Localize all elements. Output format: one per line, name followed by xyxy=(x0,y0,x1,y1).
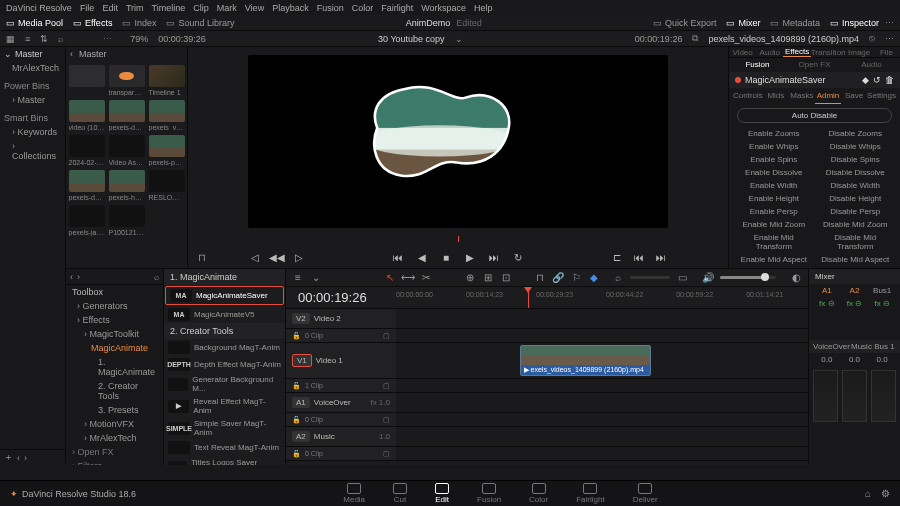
grid-icon[interactable]: ▦ xyxy=(6,34,15,44)
menu-mark[interactable]: Mark xyxy=(217,3,237,13)
toggle-disable[interactable]: Disable Mid Transform xyxy=(817,231,895,253)
page-deliver[interactable]: Deliver xyxy=(633,483,658,504)
zoom-slider[interactable] xyxy=(630,276,670,279)
mute-icon[interactable]: ▢ xyxy=(383,416,390,424)
blade-tool-icon[interactable]: ✂ xyxy=(420,272,432,284)
media-thumbnail[interactable]: Timeline 1 xyxy=(149,65,185,96)
timeline-timecode[interactable]: 00:00:19:26 xyxy=(286,287,396,308)
trim-tool-icon[interactable]: ⟷ xyxy=(402,272,414,284)
sound-library-button[interactable]: ▭Sound Library xyxy=(166,18,234,28)
lock-icon[interactable]: 🔓 xyxy=(292,450,301,458)
next-frame-icon[interactable]: ⏭ xyxy=(487,250,501,264)
inspector-nav-settings[interactable]: Settings xyxy=(867,88,896,104)
track-lane[interactable] xyxy=(396,393,808,412)
sort-icon[interactable]: ⇅ xyxy=(40,34,48,44)
mixer-value[interactable]: 0.0 xyxy=(841,355,869,364)
media-thumbnail[interactable]: pexels_vide... xyxy=(149,100,185,131)
media-thumbnail[interactable]: 2024-02-16 ... xyxy=(69,135,105,166)
effects-button[interactable]: ▭Effects xyxy=(73,18,112,28)
metadata-button[interactable]: ▭Metadata xyxy=(770,18,820,28)
toggle-disable[interactable]: Disable Width xyxy=(817,179,895,192)
chevron-right-icon[interactable]: › xyxy=(77,272,80,282)
speaker-icon[interactable]: 🔊 xyxy=(702,272,714,283)
replace-icon[interactable]: ⊡ xyxy=(500,272,512,284)
media-thumbnail[interactable]: pexels-jack... xyxy=(69,205,105,236)
mute-icon[interactable]: ▢ xyxy=(383,332,390,340)
section-header[interactable]: Smart Bins xyxy=(0,111,65,125)
inspector-tab-file[interactable]: File xyxy=(873,47,900,57)
marker-icon[interactable]: ◆ xyxy=(588,272,600,284)
toggle-enable[interactable]: Enable Width xyxy=(735,179,813,192)
chevron-left-icon[interactable]: ‹ xyxy=(17,453,20,463)
menu-trim[interactable]: Trim xyxy=(126,3,144,13)
inspector-nav-controls[interactable]: Controls xyxy=(733,88,763,104)
bin-item[interactable]: MrAlexTech xyxy=(0,61,65,75)
fx-item[interactable]: MAMagicAnimateV5 xyxy=(164,306,285,323)
page-fairlight[interactable]: Fairlight xyxy=(576,483,604,504)
go-out-icon[interactable]: ⏭ xyxy=(654,250,668,264)
fx-tree-item[interactable]: › MotionVFX xyxy=(66,417,163,431)
reset-icon[interactable]: ↺ xyxy=(873,75,881,85)
selection-tool-icon[interactable]: ↖ xyxy=(384,272,396,284)
media-thumbnail[interactable]: transparen... xyxy=(109,65,145,96)
master-bin[interactable]: Master xyxy=(15,49,43,59)
media-thumbnail[interactable]: P1001216.... xyxy=(109,205,145,236)
timeline-clip[interactable]: ▶ exels_videos_1409899 (2160p).mp4 xyxy=(520,345,652,376)
inspector-tab-audio[interactable]: Audio xyxy=(756,47,783,57)
overwrite-icon[interactable]: ⊞ xyxy=(482,272,494,284)
trash-icon[interactable]: 🗑 xyxy=(885,75,894,85)
mixer-fx[interactable]: fx ⊖ xyxy=(841,299,869,308)
inspector-subtab[interactable]: Audio xyxy=(843,58,900,72)
media-pool-button[interactable]: ▭Media Pool xyxy=(6,18,63,28)
toggle-enable[interactable]: Enable Spins xyxy=(735,153,813,166)
reverse-icon[interactable]: ◀◀ xyxy=(270,250,284,264)
track-lane[interactable] xyxy=(396,309,808,328)
inspector-subtab[interactable]: Open FX xyxy=(786,58,843,72)
next-clip-icon[interactable]: ▷ xyxy=(292,250,306,264)
toggle-disable[interactable]: Disable Zooms xyxy=(817,127,895,140)
bin-item[interactable]: › Master xyxy=(0,93,65,107)
track-tag[interactable]: A1 xyxy=(292,397,310,408)
mixer-fx[interactable]: fx ⊖ xyxy=(813,299,841,308)
inspector-nav-admin[interactable]: Admin xyxy=(815,88,841,104)
toggle-enable[interactable]: Enable Whips xyxy=(735,140,813,153)
inspector-tab-video[interactable]: Video xyxy=(729,47,756,57)
section-header[interactable]: Power Bins xyxy=(0,79,65,93)
bin-item[interactable]: › Keywords xyxy=(0,125,65,139)
toggle-disable[interactable]: Disable Persp xyxy=(817,205,895,218)
bypass-icon[interactable]: ⦸ xyxy=(869,33,875,44)
inspector-tab-effects[interactable]: Effects xyxy=(783,47,810,57)
toggle-enable[interactable]: Enable Dissolve xyxy=(735,166,813,179)
fx-tree-item[interactable]: › Open FX xyxy=(66,445,163,459)
track-name[interactable]: Music xyxy=(314,432,335,441)
auto-disable-button[interactable]: Auto Disable xyxy=(737,108,892,123)
chevron-right-icon[interactable]: › xyxy=(24,453,27,463)
playhead[interactable] xyxy=(528,287,529,308)
toggle-enable[interactable]: Enable Zooms xyxy=(735,127,813,140)
toggle-disable[interactable]: Disable Dissolve xyxy=(817,166,895,179)
fx-tree-item[interactable]: › MrAlexTech xyxy=(66,431,163,445)
fx-item[interactable]: Titles Logos Saver MagT-A... xyxy=(164,456,285,465)
page-fusion[interactable]: Fusion xyxy=(477,483,501,504)
fx-item[interactable]: DEPTHDepth Effect MagT-Anim xyxy=(164,356,285,373)
keyframe-icon[interactable]: ◆ xyxy=(862,75,869,85)
lock-icon[interactable]: 🔓 xyxy=(292,382,301,390)
menu-workspace[interactable]: Workspace xyxy=(421,3,466,13)
insert-icon[interactable]: ⊕ xyxy=(464,272,476,284)
page-media[interactable]: Media xyxy=(343,483,365,504)
lock-icon[interactable]: 🔓 xyxy=(292,332,301,340)
quick-export-button[interactable]: ▭Quick Export xyxy=(653,18,717,28)
fx-tree-item[interactable]: 2. Creator Tools xyxy=(66,379,163,403)
track-name[interactable]: Video 2 xyxy=(314,314,341,323)
fader[interactable] xyxy=(813,370,838,422)
mixer-value[interactable]: 0.0 xyxy=(813,355,841,364)
home-icon[interactable]: ⌂ xyxy=(865,488,871,499)
fx-tree-item[interactable]: › Generators xyxy=(66,299,163,313)
fx-item[interactable]: Generator Background M... xyxy=(164,373,285,395)
match-frame-icon[interactable]: ⊓ xyxy=(198,252,206,263)
media-thumbnail[interactable]: video (108... xyxy=(69,100,105,131)
go-in-icon[interactable]: ⏮ xyxy=(632,250,646,264)
inspector-subtab[interactable]: Fusion xyxy=(729,58,786,72)
chevron-down-icon[interactable]: ⌄ xyxy=(455,34,463,44)
page-edit[interactable]: Edit xyxy=(435,483,449,504)
